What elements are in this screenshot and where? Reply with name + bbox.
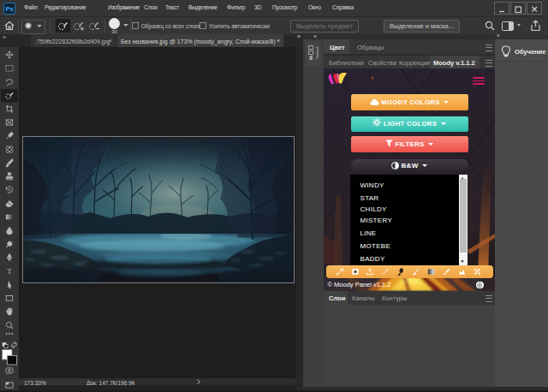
svg-text:T: T (7, 267, 12, 276)
svg-text:Ps: Ps (5, 5, 13, 13)
